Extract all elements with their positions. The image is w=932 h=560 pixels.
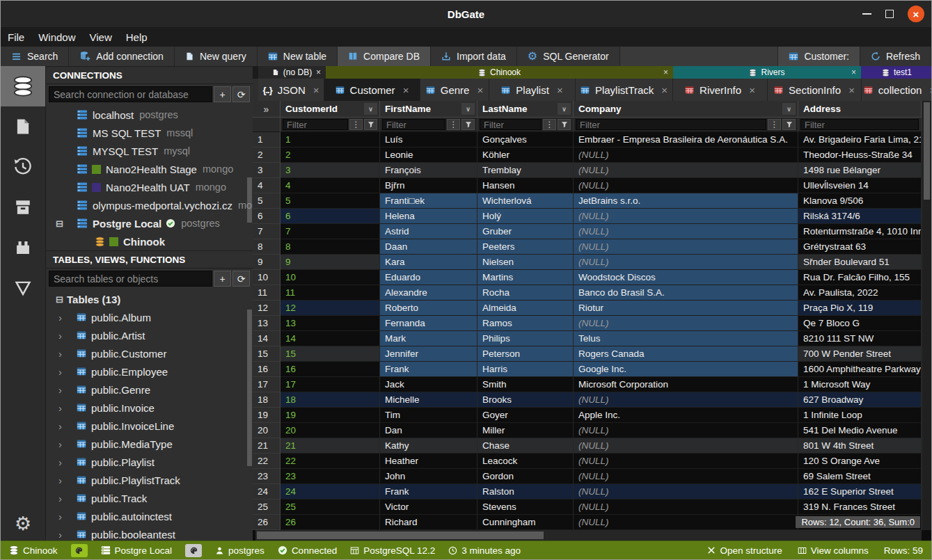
- menu-file[interactable]: File: [8, 31, 32, 43]
- add-icon[interactable]: +: [214, 86, 231, 102]
- grid-cell-customerid[interactable]: 9: [281, 255, 380, 270]
- connection-item[interactable]: Chinook: [46, 232, 253, 250]
- grid-cell-customerid[interactable]: 18: [281, 392, 380, 408]
- row-number[interactable]: 9: [253, 255, 281, 270]
- filter-input[interactable]: [576, 119, 766, 130]
- filter-input[interactable]: [382, 119, 445, 130]
- grid-cell-firstname[interactable]: Daan: [380, 239, 477, 255]
- connections-search-input[interactable]: [49, 86, 212, 102]
- grid-cell-firstname[interactable]: Alexandre: [380, 285, 477, 301]
- row-number[interactable]: 25: [253, 499, 281, 515]
- grid-corner[interactable]: »: [253, 101, 281, 118]
- connection-item[interactable]: MS SQL TEST mssql: [46, 124, 253, 142]
- grid-cell-lastname[interactable]: Smith: [477, 377, 574, 392]
- grid-cell-firstname[interactable]: Heather: [380, 454, 477, 469]
- settings-gear-icon[interactable]: ⚙: [15, 515, 31, 534]
- table-tab[interactable]: SectionInfo ×: [768, 79, 862, 101]
- grid-cell-company[interactable]: (NULL): [574, 454, 798, 469]
- open-structure-button[interactable]: Open structure: [707, 545, 782, 556]
- database-group-tab[interactable]: (no DB) ×: [258, 66, 326, 79]
- grid-cell-lastname[interactable]: Brooks: [477, 392, 574, 408]
- table-item[interactable]: › public.autoinctest: [46, 507, 253, 525]
- chevron-right-icon[interactable]: ›: [58, 348, 62, 360]
- filter-menu-icon[interactable]: ⋮: [349, 119, 363, 130]
- tables-search-input[interactable]: [49, 271, 212, 287]
- grid-cell-lastname[interactable]: Peeters: [477, 239, 574, 255]
- grid-cell-company[interactable]: (NULL): [574, 239, 798, 255]
- chevron-right-icon[interactable]: ›: [58, 312, 62, 323]
- grid-cell-customerid[interactable]: 25: [281, 499, 380, 515]
- grid-cell-customerid[interactable]: 11: [281, 285, 380, 301]
- column-header[interactable]: Company ∨: [574, 101, 798, 118]
- grid-cell-customerid[interactable]: 26: [281, 515, 380, 530]
- grid-cell-address[interactable]: Rotenturmstraße 4, 1010 Innere Stadt: [798, 224, 922, 239]
- row-number[interactable]: 26: [253, 515, 281, 530]
- row-number[interactable]: 7: [253, 224, 281, 239]
- new-table-button[interactable]: New table: [258, 47, 338, 66]
- row-number[interactable]: 8: [253, 239, 281, 255]
- grid-cell-lastname[interactable]: Hansen: [477, 178, 574, 193]
- grid-cell-company[interactable]: Banco do Brasil S.A.: [574, 285, 798, 301]
- row-number[interactable]: 22: [253, 454, 281, 469]
- table-tab[interactable]: collection ×: [862, 79, 931, 101]
- grid-cell-company[interactable]: (NULL): [574, 392, 798, 408]
- table-tab[interactable]: Genre ×: [420, 79, 489, 101]
- column-header[interactable]: FirstName ∨: [380, 101, 477, 118]
- status-connection[interactable]: Postgre Local: [101, 545, 173, 556]
- row-number[interactable]: 17: [253, 377, 281, 392]
- grid-cell-address[interactable]: 8210 111 ST NW: [798, 331, 922, 346]
- grid-cell-address[interactable]: Rilská 3174/6: [798, 209, 922, 224]
- grid-cell-address[interactable]: 1498 rue Bélanger: [798, 163, 922, 178]
- grid-cell-lastname[interactable]: Tremblay: [477, 163, 574, 178]
- grid-cell-firstname[interactable]: Eduardo: [380, 270, 477, 285]
- menu-help[interactable]: Help: [126, 31, 155, 43]
- grid-cell-customerid[interactable]: 5: [281, 193, 380, 209]
- chevron-right-icon[interactable]: ›: [58, 529, 62, 541]
- grid-cell-address[interactable]: Klanova 9/506: [798, 193, 922, 209]
- grid-cell-firstname[interactable]: Frank: [380, 362, 477, 377]
- connection-item[interactable]: ⊟ Postgre Local postgres: [46, 214, 253, 232]
- funnel-icon[interactable]: [461, 119, 475, 130]
- chevron-right-icon[interactable]: ›: [58, 438, 62, 450]
- grid-cell-firstname[interactable]: Michelle: [380, 392, 477, 408]
- grid-cell-firstname[interactable]: Jack: [380, 377, 477, 392]
- grid-cell-firstname[interactable]: Kara: [380, 255, 477, 270]
- grid-cell-address[interactable]: 627 Broadway: [798, 392, 922, 408]
- grid-cell-lastname[interactable]: Holý: [477, 209, 574, 224]
- grid-cell-customerid[interactable]: 6: [281, 209, 380, 224]
- grid-cell-lastname[interactable]: Martins: [477, 270, 574, 285]
- row-number[interactable]: 11: [253, 285, 281, 301]
- row-number[interactable]: 15: [253, 346, 281, 362]
- chevron-right-icon[interactable]: ›: [58, 384, 62, 396]
- column-dropdown-icon[interactable]: ∨: [461, 103, 475, 115]
- grid-cell-customerid[interactable]: 22: [281, 454, 380, 469]
- table-item[interactable]: › public.InvoiceLine: [46, 417, 253, 435]
- rail-files-button[interactable]: [1, 106, 45, 147]
- row-number[interactable]: 19: [253, 408, 281, 423]
- row-number[interactable]: 18: [253, 392, 281, 408]
- grid-cell-address[interactable]: 1 Microsoft Way: [798, 377, 922, 392]
- compare-db-button[interactable]: Compare DB: [338, 47, 431, 66]
- grid-cell-company[interactable]: (NULL): [574, 499, 798, 515]
- grid-cell-lastname[interactable]: Gonçalves: [477, 132, 574, 147]
- grid-cell-firstname[interactable]: Astrid: [380, 224, 477, 239]
- row-number[interactable]: 5: [253, 193, 281, 209]
- grid-cell-lastname[interactable]: Ralston: [477, 484, 574, 499]
- grid-cell-firstname[interactable]: Fernanda: [380, 316, 477, 331]
- filter-input[interactable]: [283, 119, 348, 130]
- grid-cell-address[interactable]: Rua Dr. Falcăo Filho, 155: [798, 270, 922, 285]
- rail-plugins-button[interactable]: [1, 227, 45, 268]
- grid-cell-firstname[interactable]: Victor: [380, 499, 477, 515]
- table-tab[interactable]: Customer ×: [324, 79, 420, 101]
- grid-cell-customerid[interactable]: 8: [281, 239, 380, 255]
- tables-group[interactable]: ⊟ Tables (13): [46, 290, 253, 308]
- close-icon[interactable]: ×: [661, 84, 668, 96]
- context-table-button[interactable]: Customer:: [777, 47, 860, 66]
- column-dropdown-icon[interactable]: ∨: [782, 103, 796, 115]
- grid-cell-company[interactable]: (NULL): [574, 316, 798, 331]
- grid-cell-firstname[interactable]: Mark: [380, 331, 477, 346]
- grid-cell-lastname[interactable]: Rocha: [477, 285, 574, 301]
- grid-cell-customerid[interactable]: 3: [281, 163, 380, 178]
- grid-cell-lastname[interactable]: Ramos: [477, 316, 574, 331]
- filter-input[interactable]: [800, 119, 919, 130]
